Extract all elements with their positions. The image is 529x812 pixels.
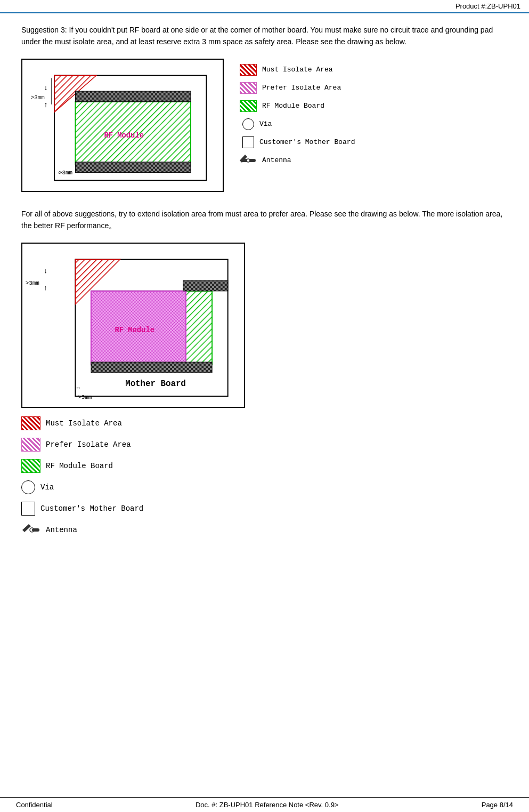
rf-module-icon bbox=[240, 100, 257, 112]
antenna-icon bbox=[240, 155, 257, 166]
via-icon bbox=[242, 118, 254, 130]
legend2-customer-board: Customer's Mother Board bbox=[21, 502, 508, 516]
must-isolate-label-2: Must Isolate Area bbox=[46, 419, 122, 428]
svg-text:RF Module: RF Module bbox=[115, 326, 154, 334]
svg-point-23 bbox=[247, 159, 250, 162]
svg-text:RF Module: RF Module bbox=[104, 131, 144, 139]
svg-text:>3mm: >3mm bbox=[26, 280, 39, 286]
legend2-must-isolate: Must Isolate Area bbox=[21, 416, 508, 430]
prefer-isolate-icon-2 bbox=[21, 438, 40, 452]
legend-must-isolate: Must Isolate Area bbox=[240, 64, 355, 76]
customer-board-icon-2 bbox=[21, 502, 35, 516]
svg-text:↔: ↔ bbox=[75, 384, 81, 391]
svg-text:↑: ↑ bbox=[44, 283, 47, 291]
legend2-via: Via bbox=[21, 480, 508, 494]
prefer-isolate-label: Prefer Isolate Area bbox=[262, 84, 341, 92]
legend-customer-board: Customer's Mother Board bbox=[240, 136, 355, 148]
product-id: Product #:ZB-UPH01 bbox=[455, 2, 520, 10]
customer-board-icon bbox=[242, 136, 254, 148]
footer: Confidential Doc. #: ZB-UPH01 Reference … bbox=[0, 797, 529, 812]
suggestion3-text: Suggestion 3: If you couldn't put RF boa… bbox=[21, 24, 508, 48]
antenna-label: Antenna bbox=[262, 156, 291, 164]
must-isolate-icon-2 bbox=[21, 416, 40, 430]
via-label: Via bbox=[259, 120, 272, 128]
via-label-2: Via bbox=[40, 483, 54, 492]
svg-text:↓: ↓ bbox=[44, 267, 47, 275]
legend2-prefer-isolate: Prefer Isolate Area bbox=[21, 438, 508, 452]
prefer-isolate-icon bbox=[240, 82, 257, 94]
diagram-1: Mother Board >3mm RF Module >3mm ↓ bbox=[21, 59, 224, 192]
antenna-label-2: Antenna bbox=[46, 526, 77, 534]
svg-text:↓: ↓ bbox=[44, 84, 47, 92]
prefer-isolate-label-2: Prefer Isolate Area bbox=[46, 440, 131, 449]
svg-rect-39 bbox=[91, 362, 212, 373]
diagram-section-2: Mother Board RF Module >3mm ↓ ↑ >3mm bbox=[21, 243, 508, 408]
svg-rect-15 bbox=[75, 91, 190, 102]
footer-left: Confidential bbox=[16, 801, 53, 809]
diagram-section-1: Mother Board >3mm RF Module >3mm ↓ bbox=[21, 59, 508, 192]
svg-text:>3mm: >3mm bbox=[31, 94, 45, 101]
svg-rect-38 bbox=[183, 280, 228, 291]
must-isolate-icon bbox=[240, 64, 257, 76]
svg-text:>3mm: >3mm bbox=[78, 394, 92, 400]
rf-module-label-2: RF Module Board bbox=[46, 462, 113, 470]
svg-text:↔: ↔ bbox=[57, 169, 62, 175]
must-isolate-label: Must Isolate Area bbox=[262, 66, 333, 74]
legend2-rf-module: RF Module Board bbox=[21, 459, 508, 473]
via-icon-2 bbox=[21, 480, 35, 494]
footer-center: Doc. #: ZB-UPH01 Reference Note <Rev. 0.… bbox=[196, 801, 339, 809]
customer-board-label: Customer's Mother Board bbox=[259, 138, 355, 146]
rf-module-icon-2 bbox=[21, 459, 40, 473]
paragraph2-text: For all of above suggestions, try to ext… bbox=[21, 208, 508, 232]
diagram-2: Mother Board RF Module >3mm ↓ ↑ >3mm bbox=[21, 243, 245, 408]
footer-right: Page 8/14 bbox=[482, 801, 513, 809]
svg-rect-14 bbox=[75, 162, 190, 173]
svg-text:↑: ↑ bbox=[44, 100, 47, 108]
customer-board-label-2: Customer's Mother Board bbox=[40, 504, 143, 513]
legend-1: Must Isolate Area Prefer Isolate Area RF… bbox=[240, 59, 355, 166]
legend2-antenna: Antenna bbox=[21, 523, 508, 537]
rf-module-label: RF Module Board bbox=[262, 102, 324, 110]
legend-via: Via bbox=[240, 118, 355, 130]
svg-text:Mother Board: Mother Board bbox=[125, 379, 186, 388]
legend-2: Must Isolate Area Prefer Isolate Area RF… bbox=[21, 416, 508, 537]
legend-prefer-isolate: Prefer Isolate Area bbox=[240, 82, 355, 94]
header-bar: Product #:ZB-UPH01 bbox=[0, 0, 529, 13]
legend-rf-module: RF Module Board bbox=[240, 100, 355, 112]
legend-antenna: Antenna bbox=[240, 155, 355, 166]
antenna-icon-2 bbox=[21, 523, 40, 537]
svg-rect-47 bbox=[32, 528, 39, 532]
